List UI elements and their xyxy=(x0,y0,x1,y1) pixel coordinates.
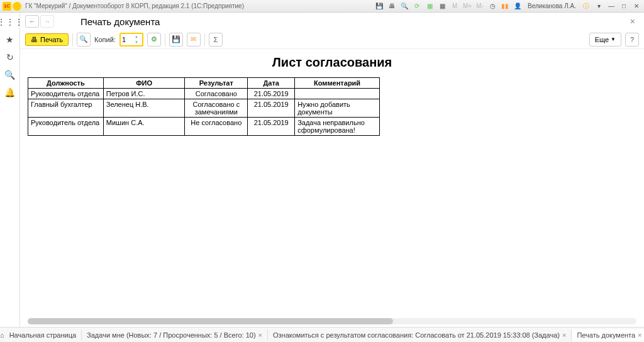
copies-input[interactable] xyxy=(122,36,133,43)
table-row: Главный бухгалтер Зеленец Н.В. Согласова… xyxy=(28,99,380,118)
document-title: Лист согласования xyxy=(28,55,636,70)
table-row: Руководитель отдела Мишин С.А. Не соглас… xyxy=(28,118,380,136)
cell-position: Руководитель отдела xyxy=(28,89,104,99)
cell-date: 21.05.2019 xyxy=(248,89,295,99)
cell-date: 21.05.2019 xyxy=(248,118,295,136)
cell-result: Согласовано xyxy=(185,89,248,99)
copies-label: Копий: xyxy=(94,36,116,43)
printer-icon: 🖶 xyxy=(31,36,38,43)
history-icon[interactable]: ↻ xyxy=(4,52,16,63)
cell-fio: Зеленец Н.В. xyxy=(103,99,185,118)
separator xyxy=(72,33,73,46)
sum-button[interactable]: Σ xyxy=(209,33,223,47)
more-label: Еще xyxy=(595,36,609,43)
taskbar-tab-print[interactable]: Печать документа × xyxy=(572,329,644,341)
table-row: Руководитель отдела Петров И.С. Согласов… xyxy=(28,89,380,99)
tab-close-icon[interactable]: × xyxy=(562,331,566,339)
bell-icon[interactable]: 🔔 xyxy=(4,87,16,98)
header-row: ← → Печать документа × xyxy=(20,13,644,30)
app-logo-icon: 1C xyxy=(3,2,11,11)
cell-comment: Задача неправильно сформулирована! xyxy=(295,118,380,136)
m-minus-icon[interactable]: M- xyxy=(475,1,485,11)
col-comment: Комментарий xyxy=(295,78,380,89)
back-button[interactable]: ← xyxy=(25,15,39,28)
taskbar-tab-home[interactable]: Начальная страница xyxy=(4,329,82,341)
col-date: Дата xyxy=(248,78,295,89)
approval-table: Должность ФИО Результат Дата Комментарий… xyxy=(28,77,380,136)
tab-label: Печать документа xyxy=(577,331,635,339)
m-icon[interactable]: M xyxy=(450,1,460,11)
print-icon[interactable]: 🖶 xyxy=(387,1,397,11)
star-icon[interactable]: ★ xyxy=(4,34,16,45)
cell-position: Главный бухгалтер xyxy=(28,99,104,118)
dropdown-icon[interactable]: ▾ xyxy=(594,1,604,11)
print-button-label: Печать xyxy=(40,36,63,43)
cell-date: 21.05.2019 xyxy=(248,99,295,118)
print-button[interactable]: 🖶 Печать xyxy=(25,33,69,46)
cell-comment xyxy=(295,89,380,99)
taskbar-tab-tasks[interactable]: Задачи мне (Новых: 7 / Просроченных: 5 /… xyxy=(82,329,268,341)
table-header-row: Должность ФИО Результат Дата Комментарий xyxy=(28,78,380,89)
title-bar: 1C ГК "Меркурий" / Документооборот 8 КОР… xyxy=(0,0,644,13)
cell-result: Согласовано с замечаниями xyxy=(185,99,248,118)
main-area: ← → Печать документа × 🖶 Печать 🔍 Копий:… xyxy=(20,13,644,327)
tab-close-icon[interactable]: × xyxy=(638,331,641,339)
tab-label: Ознакомиться с результатом согласования:… xyxy=(273,331,560,339)
info-icon[interactable]: ⓘ xyxy=(581,1,591,11)
cell-position: Руководитель отдела xyxy=(28,118,104,136)
copies-stepper[interactable]: ▲ ▼ xyxy=(133,34,140,45)
document-area: Лист согласования Должность ФИО Результа… xyxy=(20,49,644,327)
preview-button[interactable]: 🔍 xyxy=(77,33,91,47)
more-button[interactable]: Еще ▼ xyxy=(589,33,621,47)
home-icon[interactable]: ⌂ xyxy=(0,331,4,339)
app-circle-icon xyxy=(13,2,21,11)
help-button[interactable]: ? xyxy=(625,33,639,47)
save-button[interactable]: 💾 xyxy=(169,33,183,47)
save-icon[interactable]: 💾 xyxy=(374,1,384,11)
scrollbar-thumb[interactable] xyxy=(28,318,393,324)
window-title: ГК "Меркурий" / Документооборот 8 КОРП, … xyxy=(25,3,374,9)
separator xyxy=(204,33,205,46)
search-icon[interactable]: 🔍 xyxy=(4,69,16,80)
forward-button[interactable]: → xyxy=(40,15,54,28)
chevron-down-icon: ▼ xyxy=(611,36,616,42)
maximize-icon[interactable]: □ xyxy=(619,1,629,11)
tab-label: Задачи мне (Новых: 7 / Просроченных: 5 /… xyxy=(87,331,255,339)
email-button[interactable]: ✉ xyxy=(187,33,201,47)
page-close-button[interactable]: × xyxy=(626,16,639,26)
bars-icon[interactable]: ▮▮ xyxy=(500,1,510,11)
minimize-icon[interactable]: — xyxy=(606,1,616,11)
clock-icon[interactable]: ◷ xyxy=(487,1,497,11)
apps-icon[interactable]: ⋮⋮⋮ xyxy=(4,16,16,28)
close-icon[interactable]: ✕ xyxy=(631,1,641,11)
m-plus-icon[interactable]: M+ xyxy=(462,1,472,11)
copies-field[interactable]: ▲ ▼ xyxy=(119,33,143,47)
col-position: Должность xyxy=(28,78,104,89)
tab-label: Начальная страница xyxy=(9,331,76,339)
grid-icon[interactable]: ▦ xyxy=(437,1,447,11)
cell-fio: Петров И.С. xyxy=(103,89,185,99)
stepper-down-icon[interactable]: ▼ xyxy=(133,40,140,45)
titlebar-right-icons: 💾 🖶 🔍 ⟳ ▦ ▦ M M+ M- ◷ ▮▮ 👤 Великанова Л.… xyxy=(374,1,641,11)
horizontal-scrollbar[interactable] xyxy=(28,318,636,324)
settings-button[interactable]: ⚙ xyxy=(147,33,161,47)
cell-fio: Мишин С.А. xyxy=(103,118,185,136)
taskbar: ⌂ Начальная страница Задачи мне (Новых: … xyxy=(0,327,644,342)
user-name: Великанова Л.А. xyxy=(528,3,576,9)
separator xyxy=(165,33,165,46)
toolbar: 🖶 Печать 🔍 Копий: ▲ ▼ ⚙ 💾 ✉ Σ Еще ▼ ? xyxy=(20,30,644,49)
left-sidebar: ⋮⋮⋮ ★ ↻ 🔍 🔔 xyxy=(0,13,20,327)
page-title: Печать документа xyxy=(80,16,160,27)
stepper-up-icon[interactable]: ▲ xyxy=(133,34,140,40)
col-fio: ФИО xyxy=(103,78,185,89)
calendar-icon[interactable]: ▦ xyxy=(425,1,435,11)
col-result: Результат xyxy=(185,78,248,89)
preview-icon[interactable]: 🔍 xyxy=(399,1,409,11)
tab-close-icon[interactable]: × xyxy=(258,331,262,339)
cell-comment: Нужно добавить документы xyxy=(295,99,380,118)
refresh-icon[interactable]: ⟳ xyxy=(412,1,422,11)
cell-result: Не согласовано xyxy=(185,118,248,136)
taskbar-tab-review[interactable]: Ознакомиться с результатом согласования:… xyxy=(268,329,572,341)
user-icon: 👤 xyxy=(513,1,523,11)
